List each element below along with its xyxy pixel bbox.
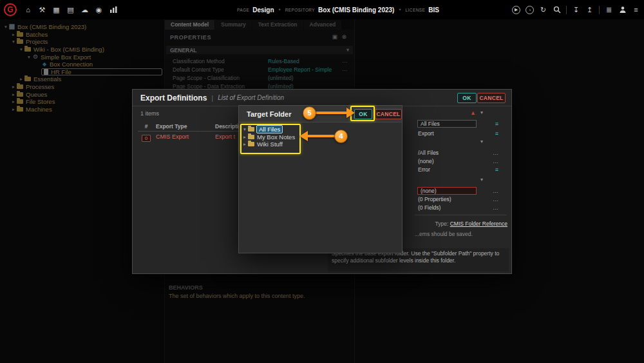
separator-dot: • <box>279 6 281 13</box>
property-row[interactable]: (0 Fields) … <box>415 203 509 211</box>
page-value[interactable]: Design <box>252 6 274 14</box>
stats-icon[interactable] <box>109 5 117 14</box>
step-badge-4: 4 <box>334 130 348 143</box>
briefcase-icon[interactable]: ▤ <box>66 5 75 14</box>
step-badge-5: 5 <box>303 106 316 120</box>
ok-button[interactable]: OK <box>457 93 477 103</box>
arrow-to-ok <box>314 108 355 119</box>
top-bar: G ⌂ ⚒ ▦ ▤ ☁ ◉ PAGE Design • REPOSITORY B… <box>0 0 644 19</box>
breadcrumb: PAGE Design • REPOSITORY Box (CMIS Bindi… <box>237 0 439 19</box>
topbar-right-icons: ▶ ◔ ↻ ↧ ↥ ≣ ≡ <box>512 0 640 19</box>
property-row[interactable]: (none) … <box>415 157 509 165</box>
row-export-type: CMIS Export <box>155 133 214 140</box>
property-value: (0 Fields) <box>415 204 440 211</box>
divider <box>599 6 600 14</box>
ellipsis-button[interactable]: … <box>493 204 498 211</box>
property-value: /All Files <box>415 150 439 156</box>
type-label: Type: <box>435 221 449 227</box>
home-icon[interactable]: ⌂ <box>24 5 32 14</box>
menu-lines-icon[interactable]: ≡ <box>495 121 498 127</box>
cancel-button[interactable]: CANCEL <box>477 93 506 103</box>
play-icon[interactable]: ▶ <box>512 6 520 14</box>
items-count: 1 items <box>140 110 159 117</box>
cloud-icon[interactable]: ☁ <box>80 5 89 14</box>
separator-dot: • <box>399 6 401 13</box>
menu-lines-icon[interactable]: ≡ <box>495 166 498 173</box>
property-value: Error <box>415 166 430 173</box>
ellipsis-button[interactable]: … <box>493 150 498 156</box>
help-divider <box>415 215 506 215</box>
search-icon[interactable] <box>553 5 561 14</box>
property-value-field[interactable]: All Files <box>417 120 477 128</box>
repository-value[interactable]: Box (CMIS Binding 2023) <box>318 6 394 14</box>
upload-icon[interactable]: ↥ <box>585 5 594 14</box>
ellipsis-button[interactable]: … <box>493 196 498 202</box>
download-icon[interactable]: ↧ <box>572 5 580 14</box>
menu-icon[interactable]: ≡ <box>632 5 640 14</box>
property-row[interactable]: Error ≡ <box>415 165 509 173</box>
page-label: PAGE <box>237 8 249 12</box>
activity-icon[interactable]: ◔ <box>526 6 534 14</box>
layers-icon[interactable]: ≣ <box>605 5 613 14</box>
refresh-icon[interactable]: ↻ <box>539 5 547 14</box>
app-logo[interactable]: G <box>4 3 17 16</box>
dialog-subtitle: List of Export Definition <box>218 94 284 101</box>
batches-icon[interactable]: ▦ <box>52 5 61 14</box>
property-row[interactable]: (none) … <box>415 186 509 195</box>
property-value: Export <box>415 130 434 137</box>
property-value: (0 Properties) <box>415 196 451 202</box>
chevron-down-icon[interactable]: ▾ <box>480 177 483 182</box>
repository-label: REPOSITORY <box>285 8 315 12</box>
ellipsis-button[interactable]: … <box>493 188 498 194</box>
user-icon[interactable] <box>618 5 627 14</box>
title-divider: | <box>211 94 213 102</box>
license-label: LICENSE <box>406 8 426 12</box>
divider <box>566 6 567 14</box>
ellipsis-button[interactable]: … <box>493 158 498 164</box>
column-export-type: Export Type <box>155 123 214 130</box>
dialog-title: Export Definitions <box>140 93 207 103</box>
cancel-button[interactable]: CANCEL <box>375 109 402 119</box>
help-partial-text: ...ems should be saved. <box>415 231 473 237</box>
dialog-title: Target Folder <box>247 110 291 118</box>
property-value: (none) <box>415 158 434 164</box>
row-number: 0 <box>142 135 151 142</box>
column-number: # <box>138 123 155 130</box>
toolbar-icons: ⌂ ⚒ ▦ ▤ ☁ ◉ <box>24 5 117 14</box>
chevron-down-icon[interactable]: ▾ <box>480 139 483 144</box>
property-row[interactable]: All Files ≡ <box>415 119 509 128</box>
license-value: BIS <box>428 6 439 14</box>
type-link[interactable]: CMIS Folder Reference <box>450 221 507 227</box>
property-row[interactable]: /All Files … <box>415 148 509 157</box>
chevron-down-icon[interactable]: ▾ <box>480 110 483 115</box>
menu-lines-icon[interactable]: ≡ <box>495 130 498 137</box>
review-icon[interactable]: ◉ <box>95 5 103 14</box>
tools-icon[interactable]: ⚒ <box>38 5 46 14</box>
warning-icon: ▲ <box>470 110 476 116</box>
app-window: G ⌂ ⚒ ▦ ▤ ☁ ◉ PAGE Design • REPOSITORY B… <box>0 0 644 363</box>
property-row[interactable]: Export ≡ <box>415 129 509 137</box>
property-row[interactable]: (0 Properties) … <box>415 195 509 203</box>
highlight-box-folder-tree <box>240 124 301 154</box>
property-value-field-error[interactable]: (none) <box>417 187 477 195</box>
dialog-header: Export Definitions | List of Export Defi… <box>133 90 511 106</box>
